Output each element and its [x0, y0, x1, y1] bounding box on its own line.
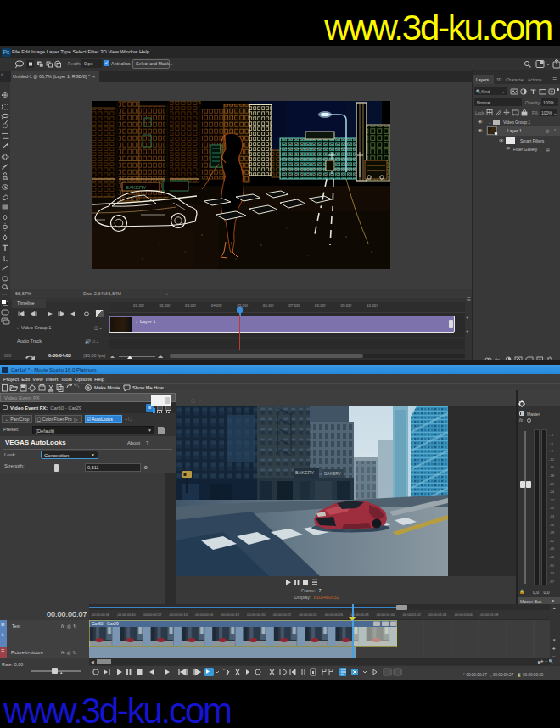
svg-text:Show Me How: Show Me How [132, 385, 165, 390]
svg-text:Make Movie: Make Movie [94, 385, 120, 390]
svg-text:Car60 - Car29: Car60 - Car29 [92, 621, 119, 626]
